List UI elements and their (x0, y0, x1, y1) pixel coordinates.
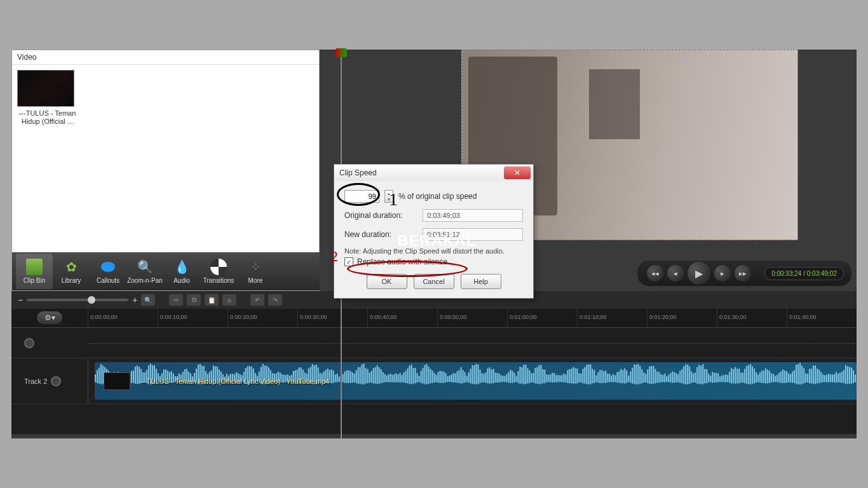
svg-rect-169 (417, 373, 418, 383)
cut-button[interactable]: ✂ (169, 294, 183, 306)
clip-item[interactable]: ---TULUS - Teman Hidup (Official ... (17, 70, 78, 126)
callouts-button[interactable]: Callouts (90, 254, 126, 289)
prev-button[interactable]: ◂ (667, 265, 684, 281)
svg-rect-314 (693, 374, 694, 383)
svg-rect-317 (698, 365, 700, 384)
close-button[interactable]: ✕ (504, 166, 531, 179)
svg-rect-342 (746, 366, 747, 384)
clip-bin-button[interactable]: Clip Bin (16, 254, 53, 289)
svg-rect-372 (803, 369, 804, 384)
svg-rect-274 (616, 372, 618, 383)
svg-rect-247 (565, 374, 566, 382)
svg-rect-251 (573, 367, 574, 384)
zoom-thumb[interactable] (88, 296, 95, 304)
cancel-button[interactable]: Cancel (414, 274, 454, 289)
svg-rect-266 (601, 370, 602, 383)
play-button[interactable]: ▶ (688, 262, 710, 285)
svg-rect-389 (836, 372, 837, 383)
more-button[interactable]: ⁘More (237, 254, 274, 289)
track-2[interactable]: Track 2 ---TULUS - Teman Hidup (Official… (11, 358, 857, 404)
svg-rect-306 (677, 374, 679, 382)
svg-rect-249 (569, 369, 570, 383)
svg-rect-316 (696, 367, 698, 383)
track-gear-icon[interactable] (24, 338, 34, 348)
svg-rect-144 (369, 372, 370, 383)
undo-button[interactable]: ↶ (250, 294, 264, 306)
svg-rect-143 (367, 369, 369, 383)
next-button[interactable]: ▸ (714, 265, 731, 281)
svg-rect-388 (834, 374, 835, 383)
svg-rect-168 (415, 368, 416, 383)
svg-rect-167 (413, 368, 414, 383)
dialog-title: Clip Speed (339, 168, 377, 177)
timeline-menu-button[interactable]: ⚙▾ (37, 311, 62, 324)
timeline-ruler[interactable]: ⚙▾ 0:00:00;00 0:00:10;00 0:00:20;00 0:00… (11, 309, 857, 328)
svg-rect-215 (504, 376, 505, 382)
copy-button[interactable]: ⧉ (187, 294, 201, 306)
ok-button[interactable]: OK (367, 274, 407, 289)
dialog-titlebar[interactable]: Clip Speed ✕ (334, 165, 533, 181)
prev-frame-button[interactable]: ◂◂ (647, 265, 663, 281)
svg-rect-233 (538, 365, 539, 384)
help-button[interactable]: Help (461, 274, 501, 289)
audio-clip[interactable]: ---TULUS - Teman Hidup (Official Lyric V… (95, 362, 857, 400)
redo-button[interactable]: ↷ (268, 294, 282, 306)
library-button[interactable]: ✿Library (53, 254, 90, 289)
svg-rect-366 (792, 372, 793, 383)
track-empty-2[interactable] (11, 404, 857, 435)
svg-rect-193 (463, 370, 464, 383)
svg-rect-207 (489, 367, 490, 384)
svg-rect-394 (845, 365, 846, 384)
svg-rect-323 (710, 376, 711, 382)
svg-rect-154 (388, 374, 390, 382)
svg-rect-152 (384, 374, 386, 383)
track-2-content[interactable]: ---TULUS - Teman Hidup (Official Lyric V… (88, 358, 857, 403)
svg-rect-360 (780, 372, 782, 383)
svg-rect-172 (423, 368, 424, 384)
svg-rect-239 (550, 374, 551, 383)
audio-button[interactable]: 💧Audio (163, 254, 200, 289)
svg-rect-161 (402, 375, 403, 382)
svg-rect-368 (796, 365, 797, 384)
svg-rect-370 (799, 363, 801, 384)
zoom-pan-button[interactable]: 🔍Zoom-n-Pan (126, 254, 163, 289)
svg-rect-127 (337, 374, 338, 383)
svg-rect-124 (331, 369, 332, 383)
zoom-slider[interactable] (27, 299, 128, 301)
zoom-fit-button[interactable]: 🔍 (141, 294, 155, 306)
svg-rect-238 (548, 375, 549, 383)
replace-audio-checkbox[interactable]: ✓ (344, 257, 353, 266)
svg-rect-384 (826, 375, 827, 382)
svg-rect-304 (674, 372, 675, 383)
svg-rect-222 (517, 371, 519, 383)
more-icon: ⁘ (247, 259, 264, 275)
speed-spinner[interactable]: ▲▼ (384, 190, 393, 203)
paste-button[interactable]: 📋 (205, 294, 219, 306)
zoom-out-icon[interactable]: − (18, 295, 23, 305)
track-empty-1[interactable] (11, 328, 857, 358)
split-button[interactable]: ⎋ (222, 294, 236, 306)
svg-rect-312 (689, 367, 690, 384)
svg-rect-194 (465, 372, 466, 383)
svg-rect-22 (137, 365, 138, 384)
svg-rect-344 (750, 364, 751, 384)
next-frame-button[interactable]: ▸▸ (735, 265, 751, 281)
svg-rect-246 (563, 374, 564, 383)
svg-rect-128 (339, 376, 340, 381)
svg-rect-234 (540, 365, 541, 384)
speed-percent-input[interactable] (344, 190, 379, 203)
clip-bin-header: Video (12, 50, 319, 65)
svg-rect-393 (843, 370, 844, 383)
transitions-button[interactable]: Transitions (200, 254, 237, 289)
zoom-in-icon[interactable]: + (132, 295, 137, 305)
svg-rect-305 (675, 373, 677, 383)
svg-rect-367 (794, 370, 795, 383)
svg-rect-218 (510, 370, 511, 383)
svg-rect-212 (498, 374, 499, 383)
svg-rect-369 (797, 364, 799, 384)
svg-rect-395 (847, 366, 848, 384)
clip-thumbnail[interactable] (17, 70, 74, 107)
svg-rect-325 (714, 373, 715, 383)
svg-rect-189 (455, 374, 456, 383)
track-gear-icon[interactable] (51, 376, 61, 386)
